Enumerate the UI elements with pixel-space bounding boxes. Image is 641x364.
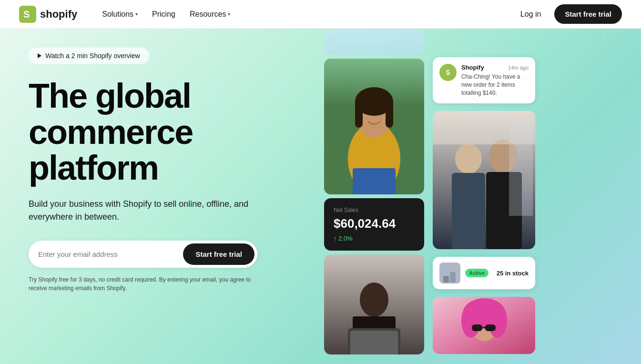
svg-point-16 bbox=[455, 143, 482, 174]
two-men-svg bbox=[433, 111, 535, 249]
notification-avatar: S bbox=[439, 64, 457, 81]
email-input[interactable] bbox=[38, 250, 183, 258]
top-blur-card bbox=[324, 29, 424, 55]
stock-status-badge: Active bbox=[465, 269, 488, 277]
logo-text: shopify bbox=[40, 8, 77, 20]
login-link[interactable]: Log in bbox=[515, 6, 547, 22]
nav-right: Log in Start free trial bbox=[515, 4, 622, 24]
svg-rect-23 bbox=[443, 276, 449, 283]
svg-rect-30 bbox=[472, 324, 482, 331]
photo-woman-yellow bbox=[324, 59, 424, 194]
svg-rect-7 bbox=[355, 99, 363, 128]
stock-thumb-svg bbox=[439, 263, 460, 283]
svg-point-29 bbox=[488, 303, 507, 338]
pink-hair-svg bbox=[433, 297, 535, 354]
svg-rect-33 bbox=[482, 327, 484, 328]
solutions-chevron-icon: ▾ bbox=[135, 11, 138, 17]
notification-time: 14m ago bbox=[508, 65, 529, 71]
notification-sender: Shopify bbox=[461, 64, 484, 71]
net-sales-label: Net Sales bbox=[334, 207, 415, 213]
hero-title: The global commerce platform bbox=[29, 78, 295, 186]
person-laptop-svg bbox=[324, 254, 424, 354]
stock-card: Active 25 in stock bbox=[433, 257, 535, 289]
photo-col-left: Net Sales $60,024.64 ↑ 2.0% bbox=[324, 29, 424, 354]
watch-overview-button[interactable]: Watch a 2 min Shopify overview bbox=[29, 48, 149, 64]
nav-start-trial-button[interactable]: Start free trial bbox=[554, 4, 622, 24]
hero-section: Watch a 2 min Shopify overview The globa… bbox=[0, 29, 641, 364]
play-icon bbox=[38, 53, 41, 58]
net-sales-change: ↑ 2.0% bbox=[334, 235, 415, 242]
hero-right: Net Sales $60,024.64 ↑ 2.0% bbox=[324, 29, 641, 364]
hero-subtitle: Build your business with Shopify to sell… bbox=[29, 198, 257, 223]
resources-nav-item[interactable]: Resources ▾ bbox=[184, 6, 236, 22]
resources-chevron-icon: ▾ bbox=[228, 11, 230, 17]
notification-header: Shopify 14m ago bbox=[461, 64, 529, 71]
stock-thumbnail bbox=[439, 263, 460, 283]
woman-yellow-svg bbox=[324, 59, 424, 194]
logo[interactable]: S shopify bbox=[19, 6, 77, 23]
notification-card: S Shopify 14m ago Cha-Ching! You have a … bbox=[433, 57, 535, 103]
shopify-logo-icon: S bbox=[19, 6, 36, 23]
svg-rect-21 bbox=[509, 121, 533, 216]
notification-content: Shopify 14m ago Cha-Ching! You have a ne… bbox=[461, 64, 529, 97]
svg-rect-24 bbox=[450, 272, 456, 283]
svg-point-28 bbox=[461, 303, 480, 338]
svg-rect-13 bbox=[350, 331, 398, 354]
svg-text:S: S bbox=[23, 9, 30, 20]
svg-point-10 bbox=[360, 283, 388, 317]
photo-col-right: S Shopify 14m ago Cha-Ching! You have a … bbox=[433, 29, 535, 354]
notification-message: Cha-Ching! You have a new order for 2 it… bbox=[461, 73, 529, 97]
nav-links: Solutions ▾ Pricing Resources ▾ bbox=[96, 6, 515, 22]
svg-rect-31 bbox=[485, 324, 496, 331]
navbar: S shopify Solutions ▾ Pricing Resources … bbox=[0, 0, 641, 29]
pricing-nav-item[interactable]: Pricing bbox=[146, 6, 181, 22]
hero-disclaimer: Try Shopify free for 3 days, no credit c… bbox=[29, 275, 257, 293]
net-sales-amount: $60,024.64 bbox=[334, 216, 415, 231]
email-form: Start free trial bbox=[29, 241, 257, 268]
svg-rect-8 bbox=[386, 99, 393, 128]
svg-rect-17 bbox=[452, 173, 485, 249]
solutions-nav-item[interactable]: Solutions ▾ bbox=[96, 6, 143, 22]
photo-pink-hair bbox=[433, 297, 535, 354]
stock-count: 25 in stock bbox=[497, 270, 529, 277]
net-sales-card: Net Sales $60,024.64 ↑ 2.0% bbox=[324, 198, 424, 251]
photo-person-laptop bbox=[324, 254, 424, 354]
photo-two-men bbox=[433, 111, 535, 249]
svg-rect-4 bbox=[353, 168, 396, 194]
hero-left: Watch a 2 min Shopify overview The globa… bbox=[0, 29, 324, 364]
start-trial-button[interactable]: Start free trial bbox=[183, 243, 254, 265]
